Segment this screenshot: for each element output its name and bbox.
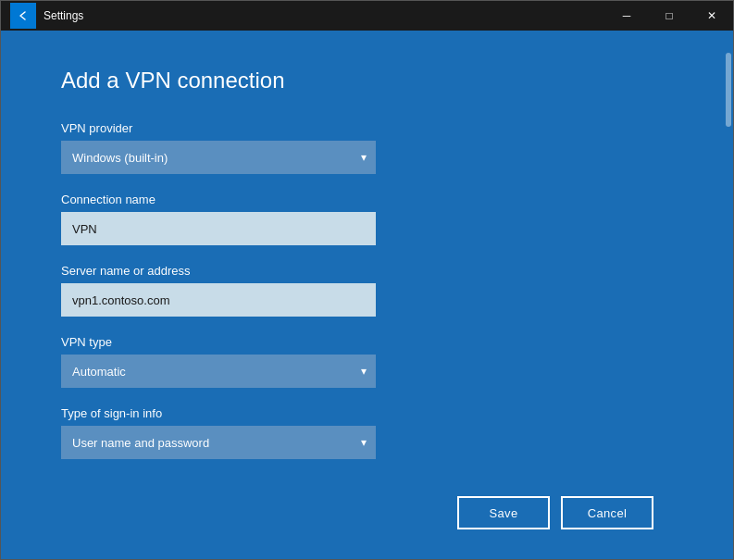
back-icon: [18, 10, 29, 21]
window-title: Settings: [44, 9, 605, 22]
minimize-button[interactable]: ─: [605, 1, 648, 31]
content-area: Add a VPN connection VPN provider Window…: [1, 31, 733, 559]
page-title: Add a VPN connection: [61, 68, 672, 93]
sign-in-info-select-wrapper: User name and password Smart card One-ti…: [61, 426, 376, 459]
button-row: Save Cancel: [61, 478, 672, 548]
main-panel: Add a VPN connection VPN provider Window…: [1, 31, 718, 559]
sign-in-info-label: Type of sign-in info: [61, 406, 672, 420]
vpn-type-select-wrapper: Automatic PPTP L2TP/IPsec SSTP IKEv2 ▾: [61, 355, 376, 388]
sign-in-info-group: Type of sign-in info User name and passw…: [61, 406, 672, 459]
connection-name-group: Connection name: [61, 193, 672, 245]
vpn-type-group: VPN type Automatic PPTP L2TP/IPsec SSTP …: [61, 335, 672, 388]
connection-name-label: Connection name: [61, 193, 672, 206]
scrollbar-area: [718, 31, 733, 559]
close-button[interactable]: ✕: [690, 1, 733, 31]
scrollbar-thumb[interactable]: [726, 53, 731, 127]
titlebar: Settings ─ □ ✕: [1, 1, 733, 31]
vpn-provider-label: VPN provider: [61, 121, 672, 135]
vpn-provider-group: VPN provider Windows (built-in) Other ▾: [61, 121, 672, 174]
vpn-provider-select[interactable]: Windows (built-in) Other: [61, 141, 376, 174]
connection-name-input[interactable]: [61, 212, 376, 245]
maximize-button[interactable]: □: [648, 1, 690, 31]
server-name-input[interactable]: [61, 283, 376, 317]
cancel-button[interactable]: Cancel: [561, 496, 653, 529]
sign-in-info-select[interactable]: User name and password Smart card One-ti…: [61, 426, 376, 459]
window-controls: ─ □ ✕: [605, 1, 733, 31]
window: Settings ─ □ ✕ Add a VPN connection VPN …: [0, 0, 734, 560]
save-button[interactable]: Save: [457, 496, 550, 529]
server-name-group: Server name or address: [61, 264, 672, 317]
back-button[interactable]: [10, 3, 36, 29]
vpn-type-select[interactable]: Automatic PPTP L2TP/IPsec SSTP IKEv2: [61, 355, 376, 388]
vpn-type-label: VPN type: [61, 335, 672, 349]
vpn-provider-select-wrapper: Windows (built-in) Other ▾: [61, 141, 376, 174]
server-name-label: Server name or address: [61, 264, 672, 278]
